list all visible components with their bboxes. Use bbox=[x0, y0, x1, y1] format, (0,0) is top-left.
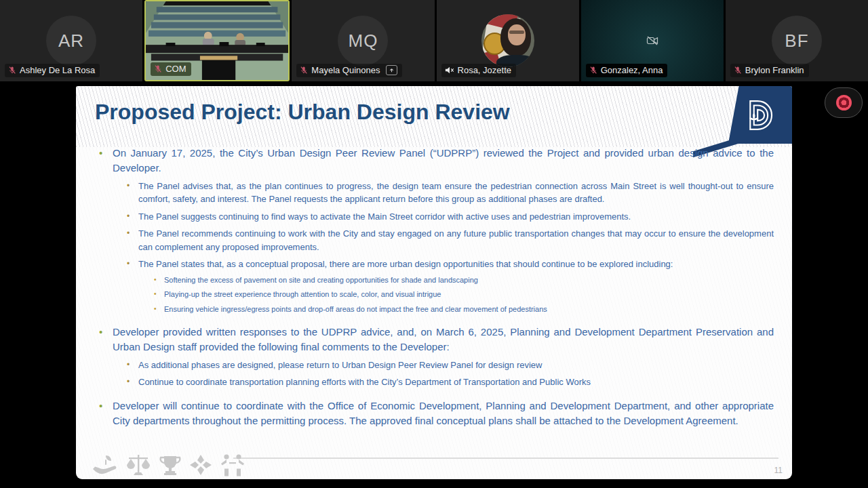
bullet-item: The Panel states that, as a conceptual p… bbox=[123, 258, 774, 315]
bullet-text: As additional phases are designed, pleas… bbox=[138, 360, 542, 370]
participant-name-chip: Gonzalez, Anna bbox=[586, 64, 668, 77]
participant-name-chip: COM bbox=[151, 62, 191, 76]
page-number: 11 bbox=[774, 466, 783, 475]
participant-name: COM bbox=[165, 64, 186, 74]
footer-divider bbox=[233, 458, 778, 459]
participant-name: Ashley De La Rosa bbox=[20, 65, 95, 75]
muted-mic-icon bbox=[589, 66, 597, 75]
avatar-initials: MQ bbox=[338, 16, 388, 66]
meeting-window: AR Ashley De La Rosa bbox=[0, 0, 868, 488]
share-indicator-icon bbox=[386, 65, 397, 75]
record-indicator[interactable] bbox=[825, 87, 863, 118]
slide-bullet-list: On January 17, 2025, the City’s Urban De… bbox=[95, 146, 774, 428]
bullet-text: On January 17, 2025, the City’s Urban De… bbox=[113, 147, 774, 174]
city-of-dallas-logo bbox=[712, 86, 792, 148]
ethics-icon bbox=[125, 453, 152, 476]
bullet-item: As additional phases are designed, pleas… bbox=[123, 359, 774, 372]
dallas-d-trillium-icon bbox=[739, 96, 778, 135]
bullet-text: The Panel states that, as a conceptual p… bbox=[138, 259, 673, 269]
speaker-muted-icon bbox=[445, 66, 454, 74]
bullet-item: Developer provided written responses to … bbox=[95, 325, 774, 389]
sub-bullet-list: The Panel advises that, as the plan cont… bbox=[123, 180, 774, 316]
service-icon bbox=[189, 453, 213, 476]
bullet-item: On January 17, 2025, the City’s Urban De… bbox=[95, 146, 774, 315]
shared-screen-slide: Proposed Project: Urban Design Review bbox=[76, 86, 792, 479]
sub-bullet-list: As additional phases are designed, pleas… bbox=[123, 359, 774, 389]
sub-sub-bullet-list: Softening the excess of pavement on site… bbox=[151, 275, 774, 316]
participant-tile-gonzalez[interactable]: Gonzalez, Anna bbox=[581, 0, 724, 81]
muted-mic-icon bbox=[734, 66, 742, 75]
city-values-icons bbox=[91, 453, 247, 476]
bullet-text: The Panel advises that, as the plan cont… bbox=[138, 181, 774, 205]
logo-block bbox=[726, 86, 792, 144]
avatar-photo bbox=[481, 14, 534, 67]
muted-mic-icon bbox=[300, 66, 308, 75]
participant-tile-rosa[interactable]: Rosa, Jozette bbox=[437, 0, 579, 81]
bullet-item: Developer will continue to coordinate wi… bbox=[95, 399, 774, 428]
camera-off-icon bbox=[646, 36, 658, 45]
participant-name-chip: Brylon Franklin bbox=[730, 64, 809, 77]
bullet-text: Playing-up the street experience through… bbox=[164, 290, 441, 298]
participant-name-chip: Ashley De La Rosa bbox=[5, 64, 100, 77]
participant-tile-mayela[interactable]: MQ Mayela Quinones bbox=[292, 0, 434, 81]
empathy-icon bbox=[91, 453, 119, 476]
bullet-item: Ensuring vehicle ingress/egress points a… bbox=[151, 304, 774, 315]
slide-title: Proposed Project: Urban Design Review bbox=[95, 100, 510, 125]
bullet-item: The Panel advises that, as the plan cont… bbox=[123, 180, 774, 206]
bullet-text: Softening the excess of pavement on site… bbox=[164, 276, 478, 284]
avatar-initials: AR bbox=[46, 16, 96, 66]
excellence-icon bbox=[157, 453, 183, 476]
bullet-text: The Panel suggests continuing to find wa… bbox=[138, 211, 631, 222]
participant-name: Mayela Quinones bbox=[311, 65, 380, 75]
bullet-text: Developer provided written responses to … bbox=[113, 326, 774, 352]
bullet-item: Softening the excess of pavement on site… bbox=[151, 275, 774, 286]
bullet-text: Ensuring vehicle ingress/egress points a… bbox=[164, 305, 547, 313]
bullet-text: Developer will continue to coordinate wi… bbox=[113, 400, 774, 426]
participant-name: Brylon Franklin bbox=[745, 65, 804, 75]
equity-icon bbox=[218, 453, 247, 476]
participant-name-chip: Mayela Quinones bbox=[296, 64, 401, 77]
muted-mic-icon bbox=[8, 66, 16, 75]
record-dot-icon bbox=[836, 95, 852, 110]
bullet-text: Continue to coordinate transportation pl… bbox=[138, 377, 591, 387]
avatar-initials: BF bbox=[772, 16, 822, 66]
participant-tile-ashley[interactable]: AR Ashley De La Rosa bbox=[0, 0, 142, 81]
participant-tile-com[interactable]: COM bbox=[144, 0, 290, 81]
participant-name: Rosa, Jozette bbox=[458, 65, 512, 75]
participant-tile-brylon[interactable]: BF Brylon Franklin bbox=[726, 0, 868, 81]
participant-name: Gonzalez, Anna bbox=[601, 65, 663, 75]
bullet-text: The Panel recommends continuing to work … bbox=[138, 228, 774, 252]
bullet-item: The Panel suggests continuing to find wa… bbox=[123, 210, 774, 224]
participant-strip: AR Ashley De La Rosa bbox=[0, 0, 868, 81]
bullet-item: Playing-up the street experience through… bbox=[151, 289, 774, 300]
muted-mic-icon bbox=[154, 64, 162, 73]
participant-name-chip: Rosa, Jozette bbox=[441, 64, 517, 77]
bullet-item: Continue to coordinate transportation pl… bbox=[123, 375, 774, 389]
slide-body: On January 17, 2025, the City’s Urban De… bbox=[95, 146, 774, 428]
bullet-item: The Panel recommends continuing to work … bbox=[123, 227, 774, 253]
